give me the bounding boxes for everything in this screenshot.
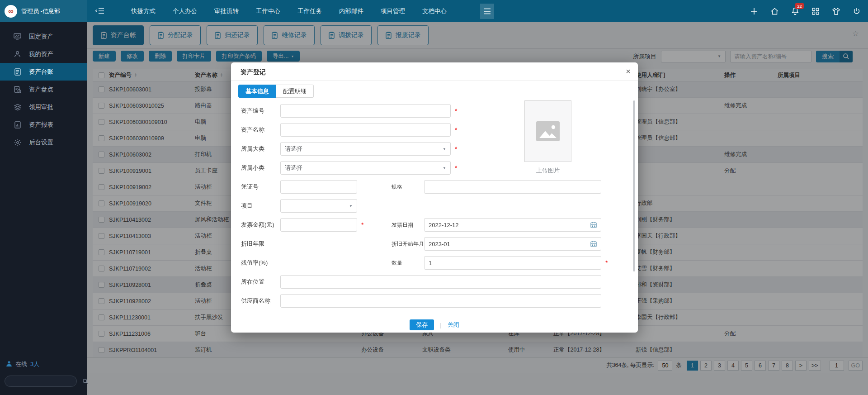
close-icon[interactable]: ×	[626, 67, 631, 76]
required-asterisk: *	[605, 259, 608, 267]
notification-badge: 22	[795, 3, 804, 9]
notifications-bell-icon[interactable]: 22	[791, 7, 799, 15]
sidebar-search-input[interactable]	[5, 378, 82, 385]
form-row-right: 发票日期2022-12-12	[392, 218, 601, 232]
sidebar-item-my-assets[interactable]: 我的资产	[0, 45, 87, 63]
field-residual-rate-label: 残值率(%)	[241, 259, 280, 267]
close-button[interactable]: 关闭	[448, 321, 459, 329]
form-row: 所属大类请选择▼*	[231, 139, 638, 158]
online-label: 在线	[15, 360, 27, 368]
image-placeholder-icon	[536, 121, 560, 141]
topbar-menus: 快捷方式个人办公审批流转工作中心工作任务内部邮件项目管理文档中心	[131, 0, 447, 22]
tab-basic-info[interactable]: 基本信息	[238, 85, 276, 98]
chevron-down-icon: ▼	[443, 166, 446, 170]
field-location-input[interactable]	[280, 275, 601, 289]
sidebar-item-requisition-approval[interactable]: 领用审批	[0, 98, 87, 116]
apps-grid-icon[interactable]	[811, 7, 820, 15]
online-count: 3人	[30, 360, 39, 368]
form-row-right: 数量*	[392, 256, 608, 270]
sidebar: 固定资产我的资产资产台账资产盘点领用审批资产报表后台设置 在线 3人	[0, 22, 87, 395]
form-row: 残值率(%)数量*	[231, 253, 638, 272]
upload-image-dropzone[interactable]	[524, 100, 571, 162]
modal-title: 资产登记	[241, 68, 266, 76]
modal-tabs: 基本信息 配置明细	[238, 85, 314, 98]
save-button[interactable]: 保存	[410, 319, 434, 330]
current-user: 管理员 -信息部	[21, 7, 60, 15]
settings-icon	[14, 139, 21, 146]
topbar-menu-item[interactable]: 工作任务	[297, 7, 322, 15]
tab-config-detail[interactable]: 配置明细	[276, 85, 314, 98]
date-value: 2022-12-12	[429, 222, 459, 228]
field-depreciation-start-label: 折旧开始年月	[392, 240, 424, 248]
form-row: 所在位置	[231, 272, 638, 291]
modal-scrollbar[interactable]	[633, 100, 635, 271]
field-asset-name-input[interactable]	[280, 123, 451, 137]
field-invoice-date-input[interactable]: 2022-12-12	[424, 218, 601, 232]
sidebar-nav: 固定资产我的资产资产台账资产盘点领用审批资产报表后台设置	[0, 22, 87, 151]
modal-form: 资产编号*资产名称*所属大类请选择▼*所属小类请选择▼*凭证号规格项目▼发票金额…	[231, 101, 638, 310]
form-row: 发票金额(元)*发票日期2022-12-12	[231, 215, 638, 234]
field-invoice-date-label: 发票日期	[392, 221, 424, 229]
sidebar-item-asset-ledger[interactable]: 资产台账	[0, 63, 87, 81]
sidebar-item-label: 领用审批	[29, 103, 53, 111]
sidebar-item-label: 资产盘点	[29, 86, 53, 94]
field-supplier-input[interactable]	[280, 294, 601, 308]
topbar-menu-item[interactable]: 内部邮件	[339, 7, 363, 15]
field-spec-label: 规格	[392, 183, 424, 191]
topbar-menu-item[interactable]: 个人办公	[173, 7, 197, 15]
select-value: 请选择	[285, 145, 302, 153]
sidebar-item-label: 固定资产	[29, 33, 53, 41]
app-logo: ∞	[5, 5, 17, 18]
field-category-select[interactable]: 请选择▼	[280, 142, 451, 156]
required-asterisk: *	[455, 107, 457, 114]
field-depreciation-start-input[interactable]: 2023-01	[424, 237, 601, 251]
add-icon[interactable]	[750, 7, 758, 15]
required-asterisk: *	[455, 164, 457, 171]
field-invoice-amount-input[interactable]	[280, 218, 357, 232]
topbar-menu-item[interactable]: 审批流转	[214, 7, 239, 15]
form-row: 折旧年限折旧开始年月2023-01	[231, 234, 638, 253]
field-depreciation-years-label: 折旧年限	[241, 240, 280, 248]
home-icon[interactable]	[770, 7, 779, 15]
topbar-icons: 22	[750, 0, 861, 22]
topbar-menu-item[interactable]: 工作中心	[256, 7, 280, 15]
collapse-sidebar-icon[interactable]	[95, 7, 105, 16]
field-project-select[interactable]: ▼	[280, 199, 357, 213]
form-row-right: 规格	[392, 180, 601, 194]
hamburger-icon	[484, 8, 491, 14]
form-row: 资产编号*	[231, 101, 638, 120]
select-value: 请选择	[285, 164, 302, 172]
more-menu-button[interactable]	[480, 4, 494, 19]
sidebar-item-label: 后台设置	[29, 138, 53, 147]
topbar-menu-item[interactable]: 项目管理	[381, 7, 405, 15]
field-quantity-input[interactable]	[424, 256, 601, 270]
field-project-label: 项目	[241, 202, 280, 210]
field-spec-input[interactable]	[424, 180, 601, 194]
sidebar-search	[5, 376, 77, 387]
calendar-icon	[590, 222, 597, 228]
sidebar-item-asset-inventory[interactable]: 资产盘点	[0, 81, 87, 98]
topbar-menu-item[interactable]: 快捷方式	[131, 7, 156, 15]
brand: ∞ 管理员 -信息部	[0, 0, 87, 22]
field-voucher-no-input[interactable]	[280, 180, 357, 194]
field-asset-code-input[interactable]	[280, 104, 451, 118]
inventory-icon	[14, 86, 21, 93]
logout-power-icon[interactable]	[853, 7, 861, 15]
theme-shirt-icon[interactable]	[832, 7, 840, 15]
sidebar-item-asset-reports[interactable]: 资产报表	[0, 116, 87, 133]
chart-icon	[14, 33, 21, 40]
approval-icon	[14, 104, 21, 111]
field-subcategory-select[interactable]: 请选择▼	[280, 161, 451, 175]
user-icon	[14, 51, 21, 57]
modal-footer: 保存 | 关闭	[231, 319, 638, 330]
calendar-icon	[590, 241, 597, 247]
modal-header: 资产登记 ×	[231, 62, 638, 81]
online-status: 在线 3人	[6, 360, 39, 368]
topbar: ∞ 管理员 -信息部 快捷方式个人办公审批流转工作中心工作任务内部邮件项目管理文…	[0, 0, 868, 22]
topbar-menu-item[interactable]: 文档中心	[422, 7, 447, 15]
field-location-label: 所在位置	[241, 278, 280, 286]
sidebar-item-label: 资产台账	[29, 68, 53, 76]
sidebar-item-fixed-assets[interactable]: 固定资产	[0, 28, 87, 45]
sidebar-item-admin-settings[interactable]: 后台设置	[0, 133, 87, 151]
field-voucher-no-label: 凭证号	[241, 183, 280, 191]
